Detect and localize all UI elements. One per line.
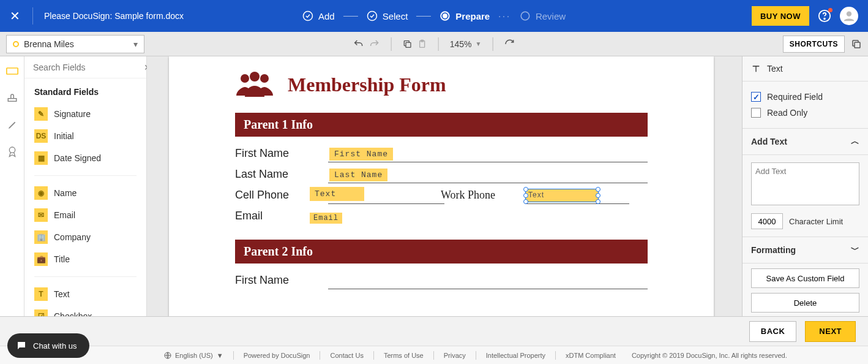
paste-button[interactable]	[417, 39, 427, 49]
divider	[476, 351, 476, 360]
field-company[interactable]: 🏢Company	[24, 226, 146, 248]
field-date-signed[interactable]: ▦Date Signed	[24, 147, 146, 169]
tab-seal[interactable]	[5, 145, 20, 159]
placed-field-last-name[interactable]: Last Name	[329, 169, 387, 181]
back-button[interactable]: BACK	[749, 321, 797, 342]
calendar-icon: ▦	[34, 151, 48, 165]
form-line	[328, 271, 648, 289]
copy-icon	[403, 39, 413, 49]
document-heading: Membership Form	[288, 74, 446, 96]
zoom-value: 145%	[450, 39, 472, 49]
tab-standard-fields[interactable]	[5, 64, 20, 78]
divider	[34, 276, 137, 277]
svg-rect-8	[406, 42, 411, 47]
delete-field-button[interactable]: Delete	[751, 293, 859, 313]
field-label: Company	[54, 232, 91, 242]
step-add[interactable]: Add	[302, 10, 335, 21]
field-title[interactable]: 💼Title	[24, 248, 146, 270]
copy-button[interactable]	[403, 39, 413, 49]
form-label: First Name	[235, 147, 313, 162]
selected-field-work-text[interactable]: Text	[525, 189, 599, 202]
form-line: Email	[328, 207, 648, 225]
chat-widget[interactable]: Chat with us	[7, 333, 89, 358]
divider	[438, 37, 439, 51]
chevron-down-icon: ▾	[133, 39, 138, 49]
form-line: First Name	[328, 144, 648, 162]
user-icon	[843, 10, 855, 22]
field-label: Signature	[54, 109, 91, 119]
field-name[interactable]: ◉Name	[24, 182, 146, 204]
notification-dot	[828, 8, 832, 12]
read-only-checkbox[interactable]: Read Only	[751, 105, 859, 121]
step-prepare[interactable]: Prepare	[440, 10, 490, 21]
terms-link[interactable]: Terms of Use	[384, 352, 424, 359]
people-icon	[236, 71, 273, 98]
resize-handle[interactable]	[523, 193, 528, 198]
character-limit-input[interactable]	[751, 213, 783, 229]
step-review[interactable]: Review	[520, 10, 566, 21]
tab-custom-fields[interactable]	[5, 91, 20, 105]
shortcuts-button[interactable]: SHORTCUTS	[783, 36, 845, 53]
globe-icon	[164, 352, 171, 359]
recipient-dropdown[interactable]: Brenna Miles ▾	[6, 35, 144, 53]
building-icon: 🏢	[34, 230, 48, 244]
field-signature[interactable]: ✎Signature	[24, 103, 146, 125]
ip-link[interactable]: Intellectual Property	[486, 352, 545, 359]
clipboard-icon	[417, 39, 427, 49]
svg-point-18	[260, 74, 269, 83]
language-selector[interactable]: English (US) ▼	[164, 352, 223, 359]
tab-edit[interactable]	[5, 118, 20, 132]
resize-handle[interactable]	[596, 193, 600, 198]
rotate-button[interactable]	[504, 39, 515, 50]
chevron-down-icon: ﹀	[851, 245, 859, 256]
powered-by-link[interactable]: Powered by DocuSign	[244, 352, 310, 359]
formatting-section-toggle[interactable]: Formatting ﹀	[743, 237, 868, 264]
checkbox-checked-icon: ✓	[751, 92, 761, 102]
copy-envelope-button[interactable]	[851, 39, 862, 50]
resize-handle[interactable]	[523, 187, 528, 192]
placed-field-cell-text[interactable]: Text	[310, 187, 364, 201]
field-label: Email	[54, 210, 75, 220]
chevron-down-icon: ▼	[217, 352, 223, 359]
resize-handle[interactable]	[596, 187, 600, 192]
divider	[391, 37, 392, 51]
add-text-textarea[interactable]	[751, 162, 859, 205]
placed-field-email[interactable]: Email	[310, 213, 342, 224]
step-select[interactable]: Select	[367, 10, 408, 21]
buy-now-button[interactable]: BUY NOW	[752, 6, 809, 26]
next-button[interactable]: NEXT	[805, 321, 856, 342]
property-title: Text	[767, 64, 783, 74]
svg-rect-13	[8, 99, 17, 102]
user-avatar[interactable]	[840, 7, 858, 25]
contact-link[interactable]: Contact Us	[330, 352, 363, 359]
form-line: Text	[328, 186, 444, 204]
form-label: First Name	[235, 274, 313, 289]
privacy-link[interactable]: Privacy	[444, 352, 466, 359]
close-button[interactable]: ✕	[10, 9, 30, 23]
field-initial[interactable]: DSInitial	[24, 125, 146, 147]
field-icon	[6, 66, 18, 76]
resize-handle[interactable]	[596, 199, 600, 204]
svg-point-14	[9, 147, 15, 153]
xdtm-link[interactable]: xDTM Compliant	[566, 352, 616, 359]
svg-point-6	[824, 18, 825, 20]
undo-icon	[353, 39, 364, 50]
redo-button[interactable]	[369, 39, 380, 50]
ribbon-icon	[7, 146, 17, 158]
search-input[interactable]	[33, 63, 140, 72]
resize-handle[interactable]	[523, 199, 528, 204]
field-text[interactable]: TText	[24, 283, 146, 305]
placed-field-first-name[interactable]: First Name	[329, 148, 393, 161]
zoom-dropdown[interactable]: 145% ▼	[450, 39, 482, 49]
rotate-icon	[504, 39, 515, 50]
divider	[492, 37, 493, 51]
section-label: Add Text	[751, 137, 787, 146]
add-text-section-toggle[interactable]: Add Text ︿	[743, 129, 868, 155]
save-custom-field-button[interactable]: Save As Custom Field	[751, 268, 859, 288]
field-email[interactable]: ✉Email	[24, 204, 146, 226]
checkbox-label: Read Only	[767, 108, 807, 118]
undo-button[interactable]	[353, 39, 364, 50]
help-button[interactable]	[818, 9, 831, 23]
required-field-checkbox[interactable]: ✓ Required Field	[751, 89, 859, 105]
text-icon: T	[34, 287, 48, 301]
